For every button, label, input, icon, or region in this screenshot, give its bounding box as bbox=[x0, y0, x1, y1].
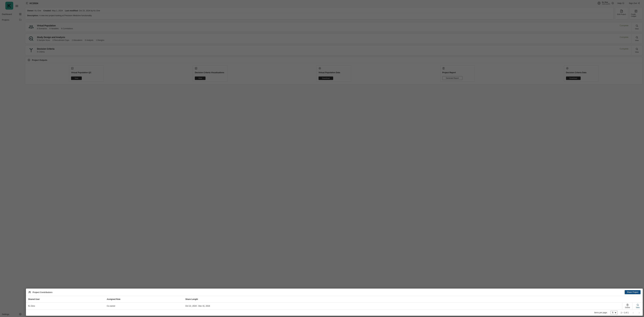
share-project-button[interactable]: Share Project bbox=[625, 290, 640, 294]
output-card: Decision Criteria VisualisationsView bbox=[193, 65, 227, 82]
output-card-button[interactable]: View bbox=[71, 76, 82, 80]
output-card-icon bbox=[566, 67, 596, 70]
sidebar-nav: Dashboard Projects Settings bbox=[0, 11, 24, 317]
output-card-button[interactable]: Generate Report bbox=[442, 76, 462, 80]
user-name: Kc One bbox=[602, 1, 610, 3]
svg-point-4 bbox=[20, 314, 20, 315]
credit-ledger-button[interactable]: Credit Ledger bbox=[630, 9, 642, 18]
section-card: Study Design and Analysis5 Sample Sizes0… bbox=[25, 34, 642, 44]
svg-point-10 bbox=[612, 2, 614, 4]
output-card-button[interactable]: Download bbox=[566, 76, 581, 80]
section-subtitle: 6 Scenarios8 Variables6 Correlations bbox=[37, 27, 73, 30]
contrib-table-row: Kc Zero Co-owner Oct 22, 2024 - Dec 31, … bbox=[26, 303, 643, 310]
svg-point-29 bbox=[636, 36, 638, 38]
magnifier-icon bbox=[636, 24, 638, 27]
output-card-icon bbox=[442, 67, 473, 70]
output-card: Decision Criteria DataDownload bbox=[564, 65, 598, 82]
output-card-title: Virtual Population Data bbox=[318, 71, 349, 74]
sidebar-item-label: Settings bbox=[2, 313, 9, 316]
output-card: Project ReportGenerate Report bbox=[440, 65, 475, 82]
svg-line-30 bbox=[638, 38, 638, 38]
svg-point-17 bbox=[30, 26, 31, 26]
hamburger-icon[interactable] bbox=[16, 4, 18, 7]
people-icon bbox=[28, 291, 31, 294]
contrib-delete-button[interactable]: Delete bbox=[622, 303, 632, 309]
contrib-view-button[interactable]: View bbox=[632, 303, 643, 309]
app-logo: K bbox=[5, 2, 13, 9]
main: KC2024 Kc One StatLead4S Help Sign Out bbox=[24, 0, 644, 317]
svg-line-51 bbox=[638, 305, 639, 306]
help-chevron-icon bbox=[622, 2, 624, 4]
outputs-row: Virtual Population QCViewDecision Criter… bbox=[25, 63, 642, 84]
output-card: Virtual Population DataDownload bbox=[316, 65, 351, 82]
sign-out-icon bbox=[638, 2, 640, 4]
svg-rect-1 bbox=[20, 13, 21, 14]
meta-line-desc: Description:A new test project looking a… bbox=[27, 14, 612, 17]
section-title: Decision Criteria bbox=[37, 48, 54, 50]
section-card: Decision Criteria6 CriteriaCompleteView bbox=[25, 45, 642, 55]
output-card-title: Decision Criteria Data bbox=[566, 71, 596, 74]
svg-point-22 bbox=[636, 25, 638, 26]
output-card-title: Project Report bbox=[442, 71, 473, 74]
meta-line-top: Owner:Kc One Created:May 1, 2024 Last mo… bbox=[27, 9, 612, 13]
svg-point-11 bbox=[622, 2, 624, 4]
section-title: Virtual Population bbox=[37, 24, 73, 27]
svg-point-18 bbox=[32, 26, 32, 26]
ledger-icon bbox=[634, 9, 638, 13]
section-icon bbox=[28, 24, 34, 30]
svg-point-31 bbox=[636, 48, 638, 50]
contrib-role: Co-owner bbox=[104, 303, 183, 309]
output-card-icon bbox=[71, 67, 102, 70]
items-per-page-select[interactable]: 5 bbox=[610, 311, 618, 315]
chevron-down-icon bbox=[612, 2, 614, 4]
sidebar-item-settings[interactable]: Settings bbox=[0, 311, 24, 317]
edit-project-button[interactable]: Edit Project bbox=[616, 9, 627, 16]
user-chip[interactable]: Kc One StatLead4S bbox=[596, 1, 615, 5]
sidebar-item-label: Dashboard bbox=[2, 13, 12, 15]
section-view-button[interactable]: View bbox=[631, 45, 642, 55]
svg-rect-0 bbox=[19, 13, 20, 14]
section-icon bbox=[28, 48, 34, 53]
breadcrumb-icon[interactable] bbox=[26, 1, 28, 5]
section-view-button[interactable]: View bbox=[631, 34, 642, 43]
sidebar: K Dashboard Projects Settings bbox=[0, 0, 24, 317]
section-icon bbox=[28, 36, 34, 41]
contrib-user: Kc Zero bbox=[26, 303, 104, 309]
contrib-header-label: Project Contributors bbox=[32, 291, 52, 294]
sidebar-item-dashboard[interactable]: Dashboard bbox=[0, 11, 24, 17]
svg-point-19 bbox=[31, 27, 32, 28]
sign-out-link[interactable]: Sign Out bbox=[626, 2, 642, 4]
contrib-pagination: Items per page: 5 1 – 1 of 1 ‹ › bbox=[26, 310, 643, 316]
items-per-page-label: Items per page: bbox=[594, 312, 607, 314]
section-status: Complete bbox=[617, 22, 631, 29]
sidebar-item-label: Projects bbox=[2, 19, 9, 21]
edit-document-icon bbox=[620, 9, 623, 13]
contrib-length: Oct 22, 2024 - Dec 31, 2024 bbox=[183, 303, 259, 309]
contrib-table-header: Shared User Assigned Role Share Length bbox=[26, 296, 643, 303]
pagination-range: 1 – 1 of 1 bbox=[621, 312, 628, 314]
output-card-button[interactable]: Download bbox=[318, 76, 333, 80]
section-status: Complete bbox=[617, 34, 631, 40]
magnifier-icon bbox=[636, 304, 639, 306]
help-link[interactable]: Help bbox=[615, 2, 627, 4]
section-subtitle: 6 Criteria bbox=[37, 51, 54, 53]
output-card: Virtual Population QCView bbox=[69, 65, 104, 82]
sidebar-item-projects[interactable]: Projects bbox=[0, 17, 24, 23]
pagination-prev[interactable]: ‹ bbox=[632, 311, 634, 314]
user-role: StatLead4S bbox=[602, 3, 610, 5]
svg-rect-35 bbox=[72, 67, 73, 69]
section-title: Study Design and Analysis bbox=[37, 36, 104, 38]
svg-rect-3 bbox=[19, 14, 20, 15]
pagination-next[interactable]: › bbox=[638, 311, 640, 314]
svg-line-32 bbox=[638, 49, 638, 50]
section-status: Complete bbox=[617, 45, 631, 52]
magnifier-icon bbox=[636, 36, 638, 39]
section-subtitle: 5 Sample Sizes0 Recruitment Caps2 Alloca… bbox=[37, 39, 104, 41]
output-card-button[interactable]: View bbox=[195, 76, 206, 80]
download-circle-icon bbox=[28, 59, 30, 61]
gear-icon bbox=[19, 313, 22, 316]
topbar: KC2024 Kc One StatLead4S Help Sign Out bbox=[24, 0, 644, 6]
section-view-button[interactable]: View bbox=[631, 22, 642, 32]
user-circle-icon bbox=[598, 1, 600, 5]
section-card: Virtual Population6 Scenarios8 Variables… bbox=[25, 22, 642, 32]
